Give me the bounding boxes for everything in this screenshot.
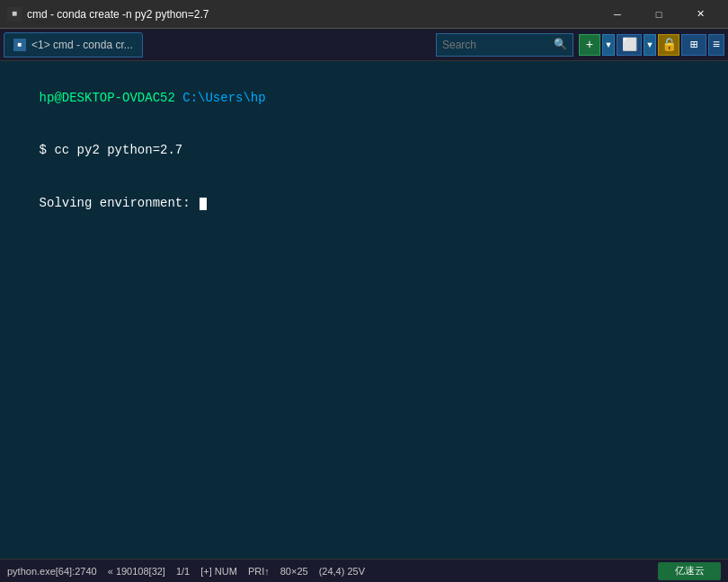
search-icon[interactable]: 🔍: [554, 38, 567, 51]
lock-button[interactable]: 🔒: [658, 34, 679, 56]
title-bar: ■ cmd - conda create -n py2 python=2.7 ─…: [0, 0, 728, 29]
status-bar: python.exe[64]:2740 « 190108[32] 1/1 [+]…: [0, 559, 728, 582]
tab-item[interactable]: ■ <1> cmd - conda cr...: [4, 32, 143, 57]
search-input[interactable]: [442, 39, 550, 51]
terminal-cursor: [200, 198, 207, 210]
monitor-button[interactable]: ⬜: [617, 34, 642, 56]
terminal-command-line: $ cc py2 python=2.7: [9, 125, 719, 178]
maximize-button[interactable]: □: [638, 0, 679, 29]
prompt-path: C:\Users\hp: [175, 91, 266, 105]
status-process: python.exe[64]:2740: [7, 566, 97, 577]
terminal-output-line: Solving environment:: [9, 178, 719, 231]
status-size: 80×25: [280, 566, 308, 577]
add-tab-button[interactable]: +: [579, 34, 600, 56]
terminal-output: Solving environment:: [40, 196, 198, 210]
terminal-command: $ cc py2 python=2.7: [40, 143, 183, 157]
tab-label: <1> cmd - conda cr...: [31, 39, 133, 51]
prompt-user: hp@DESKTOP-OVDAC52: [40, 91, 175, 105]
status-position: (24,4) 25V: [319, 566, 365, 577]
dropdown-button[interactable]: ▾: [602, 34, 615, 56]
window-controls: ─ □ ✕: [597, 0, 721, 29]
search-bar: 🔍: [436, 33, 573, 57]
toolbar-buttons: + ▾ ⬜ ▾ 🔒 ⊞ ≡: [579, 34, 724, 56]
app-icon: ■: [7, 7, 22, 22]
menu-button[interactable]: ≡: [708, 34, 724, 56]
terminal-prompt-line: hp@DESKTOP-OVDAC52 C:\Users\hp: [9, 72, 719, 125]
title-bar-text: cmd - conda create -n py2 python=2.7: [27, 8, 597, 21]
status-date: « 190108[32]: [108, 566, 165, 577]
minimize-button[interactable]: ─: [597, 0, 638, 29]
status-tab: 1/1: [176, 566, 190, 577]
layout-button[interactable]: ⊞: [681, 34, 706, 56]
tab-bar: ■ <1> cmd - conda cr... 🔍 + ▾ ⬜ ▾ 🔒 ⊞ ≡: [0, 29, 728, 61]
tab-icon: ■: [13, 39, 26, 51]
status-mode: [+] NUM: [200, 566, 237, 577]
status-priority: PRI↑: [248, 566, 270, 577]
terminal-area[interactable]: hp@DESKTOP-OVDAC52 C:\Users\hp $ cc py2 …: [0, 61, 728, 559]
monitor-dropdown-button[interactable]: ▾: [644, 34, 656, 56]
close-button[interactable]: ✕: [679, 0, 721, 29]
brand-logo: 亿速云: [658, 562, 721, 580]
status-brand: 亿速云: [658, 562, 721, 580]
